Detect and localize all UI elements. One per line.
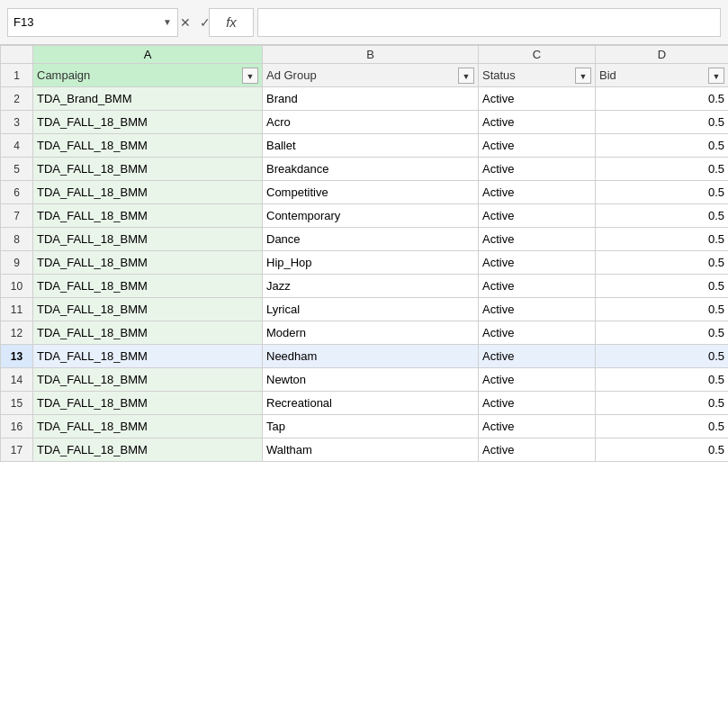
ad-group-cell[interactable]: Newton — [263, 368, 479, 392]
campaign-cell[interactable]: TDA_FALL_18_BMM — [33, 345, 263, 368]
status-cell[interactable]: Active — [479, 368, 596, 392]
campaign-cell[interactable]: TDA_FALL_18_BMM — [33, 298, 263, 321]
bid-cell[interactable]: 0.5 — [596, 111, 729, 134]
campaign-cell[interactable]: TDA_FALL_18_BMM — [33, 251, 263, 275]
formula-bar: F13 ▼ ✕ ✓ fx — [0, 0, 728, 45]
ad-group-cell[interactable]: Brand — [263, 87, 479, 111]
row-num-1: 1 — [1, 64, 33, 87]
ad-group-cell[interactable]: Ballet — [263, 134, 479, 158]
row-num-4: 4 — [1, 134, 33, 158]
ad-group-cell[interactable]: Acro — [263, 111, 479, 134]
status-cell[interactable]: Active — [479, 204, 596, 228]
bid-cell[interactable]: 0.5 — [596, 298, 729, 321]
campaign-cell[interactable]: TDA_FALL_18_BMM — [33, 204, 263, 228]
bid-cell[interactable]: 0.5 — [596, 134, 729, 158]
campaign-cell[interactable]: TDA_FALL_18_BMM — [33, 392, 263, 415]
row-num-5: 5 — [1, 158, 33, 181]
bid-cell[interactable]: 0.5 — [596, 87, 729, 111]
ad-group-dropdown-icon[interactable]: ▼ — [458, 68, 474, 84]
status-cell[interactable]: Active — [479, 251, 596, 275]
status-cell[interactable]: Active — [479, 158, 596, 181]
header-status[interactable]: Status ▼ — [479, 64, 596, 87]
table-row: 16TDA_FALL_18_BMMTapActive0.5 — [1, 415, 729, 438]
ad-group-cell[interactable]: Dance — [263, 228, 479, 251]
status-cell[interactable]: Active — [479, 415, 596, 438]
ad-group-cell[interactable]: Lyrical — [263, 298, 479, 321]
campaign-cell[interactable]: TDA_FALL_18_BMM — [33, 111, 263, 134]
table-row: 4TDA_FALL_18_BMMBalletActive0.5 — [1, 134, 729, 158]
bid-cell[interactable]: 0.5 — [596, 158, 729, 181]
header-ad-group[interactable]: Ad Group ▼ — [263, 64, 479, 87]
campaign-cell[interactable]: TDA_FALL_18_BMM — [33, 228, 263, 251]
table-row: 8TDA_FALL_18_BMMDanceActive0.5 — [1, 228, 729, 251]
campaign-cell[interactable]: TDA_FALL_18_BMM — [33, 368, 263, 392]
status-cell[interactable]: Active — [479, 275, 596, 298]
table-row: 9TDA_FALL_18_BMMHip_HopActive0.5 — [1, 251, 729, 275]
campaign-cell[interactable]: TDA_FALL_18_BMM — [33, 134, 263, 158]
status-cell[interactable]: Active — [479, 298, 596, 321]
bid-cell[interactable]: 0.5 — [596, 392, 729, 415]
data-header-row: 1 Campaign ▼ Ad Group ▼ Status — [1, 64, 729, 87]
bid-dropdown-icon[interactable]: ▼ — [708, 68, 724, 84]
row-num-7: 7 — [1, 204, 33, 228]
cell-reference-box[interactable]: F13 ▼ — [7, 8, 178, 37]
row-num-8: 8 — [1, 228, 33, 251]
bid-cell[interactable]: 0.5 — [596, 415, 729, 438]
bid-cell[interactable]: 0.5 — [596, 228, 729, 251]
campaign-cell[interactable]: TDA_FALL_18_BMM — [33, 438, 263, 462]
cancel-button[interactable]: ✕ — [178, 15, 193, 30]
campaign-cell[interactable]: TDA_FALL_18_BMM — [33, 321, 263, 345]
ad-group-cell[interactable]: Needham — [263, 345, 479, 368]
bid-cell[interactable]: 0.5 — [596, 181, 729, 204]
bid-cell[interactable]: 0.5 — [596, 345, 729, 368]
header-campaign[interactable]: Campaign ▼ — [33, 64, 263, 87]
campaign-cell[interactable]: TDA_Brand_BMM — [33, 87, 263, 111]
status-cell[interactable]: Active — [479, 87, 596, 111]
spreadsheet: A B C D 1 Campaign ▼ Ad Group — [0, 45, 728, 462]
column-b-header[interactable]: B — [263, 46, 479, 64]
campaign-cell[interactable]: TDA_FALL_18_BMM — [33, 415, 263, 438]
ad-group-cell[interactable]: Waltham — [263, 438, 479, 462]
bid-cell[interactable]: 0.5 — [596, 368, 729, 392]
bid-cell[interactable]: 0.5 — [596, 438, 729, 462]
row-num-3: 3 — [1, 111, 33, 134]
header-bid[interactable]: Bid ▼ — [596, 64, 729, 87]
column-a-header[interactable]: A — [33, 46, 263, 64]
campaign-dropdown-icon[interactable]: ▼ — [242, 68, 258, 84]
ad-group-cell[interactable]: Modern — [263, 321, 479, 345]
status-cell[interactable]: Active — [479, 392, 596, 415]
bid-cell[interactable]: 0.5 — [596, 321, 729, 345]
status-cell[interactable]: Active — [479, 345, 596, 368]
status-cell[interactable]: Active — [479, 228, 596, 251]
row-num-17: 17 — [1, 438, 33, 462]
status-cell[interactable]: Active — [479, 181, 596, 204]
column-d-header[interactable]: D — [596, 46, 729, 64]
status-cell[interactable]: Active — [479, 321, 596, 345]
status-dropdown-icon[interactable]: ▼ — [575, 68, 591, 84]
bid-cell[interactable]: 0.5 — [596, 275, 729, 298]
status-cell[interactable]: Active — [479, 134, 596, 158]
table-row: 11TDA_FALL_18_BMMLyricalActive0.5 — [1, 298, 729, 321]
row-num-13: 13 — [1, 345, 33, 368]
table-row: 14TDA_FALL_18_BMMNewtonActive0.5 — [1, 368, 729, 392]
ad-group-cell[interactable]: Tap — [263, 415, 479, 438]
table-row: 5TDA_FALL_18_BMMBreakdanceActive0.5 — [1, 158, 729, 181]
cell-ref-dropdown-icon[interactable]: ▼ — [163, 17, 172, 27]
ad-group-cell[interactable]: Breakdance — [263, 158, 479, 181]
campaign-cell[interactable]: TDA_FALL_18_BMM — [33, 181, 263, 204]
campaign-cell[interactable]: TDA_FALL_18_BMM — [33, 275, 263, 298]
ad-group-cell[interactable]: Jazz — [263, 275, 479, 298]
ad-group-cell[interactable]: Recreational — [263, 392, 479, 415]
bid-cell[interactable]: 0.5 — [596, 251, 729, 275]
ad-group-cell[interactable]: Hip_Hop — [263, 251, 479, 275]
formula-input[interactable] — [257, 8, 721, 37]
row-num-12: 12 — [1, 321, 33, 345]
status-cell[interactable]: Active — [479, 438, 596, 462]
ad-group-cell[interactable]: Contemporary — [263, 204, 479, 228]
ad-group-cell[interactable]: Competitive — [263, 181, 479, 204]
status-cell[interactable]: Active — [479, 111, 596, 134]
campaign-cell[interactable]: TDA_FALL_18_BMM — [33, 158, 263, 181]
bid-cell[interactable]: 0.5 — [596, 204, 729, 228]
formula-bar-controls: ✕ ✓ — [182, 15, 209, 30]
column-c-header[interactable]: C — [479, 46, 596, 64]
